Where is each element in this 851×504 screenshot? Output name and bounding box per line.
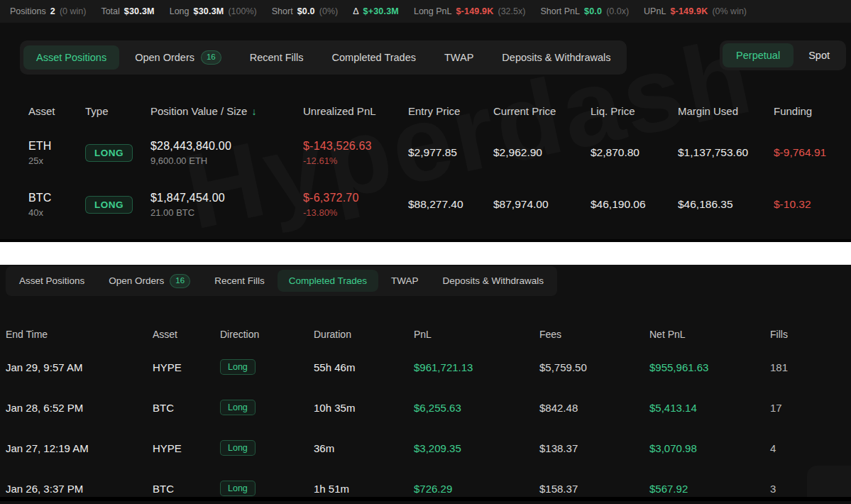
stat-note: (0%) xyxy=(319,6,338,16)
trade-duration: 55h 46m xyxy=(314,361,414,373)
stat-value: $0.0 xyxy=(584,6,602,16)
sort-desc-icon: ↓ xyxy=(251,106,256,117)
col-header-liq-price[interactable]: Liq. Price xyxy=(591,105,678,117)
trade-net-pnl: $5,413.14 xyxy=(649,402,770,414)
unrealized-pnl-cell: $-6,372.70 -13.80% xyxy=(303,192,408,218)
unrealized-pnl: $-6,372.70 xyxy=(303,192,408,204)
trade-fills: 181 xyxy=(770,361,845,373)
entry-price: $2,977.85 xyxy=(408,146,493,159)
stat-note: (0% win) xyxy=(712,6,747,16)
trade-asset: BTC xyxy=(153,483,220,495)
toggle-spot[interactable]: Spot xyxy=(795,43,843,67)
stat-label: Short PnL xyxy=(540,6,580,16)
trade-end-time: Jan 26, 3:37 PM xyxy=(6,483,153,495)
tab-twap[interactable]: TWAP xyxy=(432,45,486,70)
stat-delta: Δ $+30.3M xyxy=(353,6,399,16)
position-row-btc[interactable]: BTC 40x LONG $1,847,454.00 21.00 BTC $-6… xyxy=(0,179,851,231)
col-header-position-value[interactable]: Position Value / Size ↓ xyxy=(150,105,303,117)
bottom-edge xyxy=(0,497,851,501)
trade-net-pnl: $955,961.63 xyxy=(649,361,770,373)
stat-value: $-149.9K xyxy=(670,6,708,16)
trade-direction-cell: Long xyxy=(220,359,314,375)
unrealized-pnl-cell: $-143,526.63 -12.61% xyxy=(303,140,408,166)
stat-note: (100%) xyxy=(228,6,256,16)
long-badge: Long xyxy=(220,481,256,496)
tab-open-orders[interactable]: Open Orders 16 xyxy=(122,44,234,71)
asset-symbol: ETH xyxy=(28,140,85,153)
col-header-current-price[interactable]: Current Price xyxy=(493,105,591,117)
liq-price: $2,870.80 xyxy=(591,146,678,159)
tab-asset-positions[interactable]: Asset Positions xyxy=(8,270,96,292)
tab-deposits-withdrawals[interactable]: Deposits & Withdrawals xyxy=(489,45,623,70)
trade-duration: 1h 51m xyxy=(314,483,414,495)
trade-row[interactable]: Jan 29, 9:57 AM HYPE Long 55h 46m $961,7… xyxy=(0,347,851,388)
delta-icon: Δ xyxy=(353,6,358,16)
positions-table-header: Asset Type Position Value / Size ↓ Unrea… xyxy=(0,96,851,127)
position-value: $1,847,454.00 xyxy=(150,192,303,204)
trade-row[interactable]: Jan 27, 12:19 AM HYPE Long 36m $3,209.35… xyxy=(0,428,851,469)
margin-used: $1,137,753.60 xyxy=(678,146,774,159)
tab-open-orders-label: Open Orders xyxy=(109,275,164,286)
col-header-fees: Fees xyxy=(539,329,649,340)
tab-recent-fills[interactable]: Recent Fills xyxy=(203,270,276,292)
stat-total: Total $30.3M xyxy=(101,6,154,16)
stat-value: $0.0 xyxy=(297,6,315,16)
trade-duration: 10h 35m xyxy=(314,402,414,414)
funding: $-10.32 xyxy=(774,198,837,211)
col-header-net-pnl: Net PnL xyxy=(649,329,770,340)
trades-table-header: End Time Asset Direction Duration PnL Fe… xyxy=(0,322,851,347)
tab-recent-fills[interactable]: Recent Fills xyxy=(237,45,317,70)
stat-value: $30.3M xyxy=(124,6,155,16)
long-badge: Long xyxy=(220,400,256,415)
entry-price: $88,277.40 xyxy=(408,198,493,211)
trade-net-pnl: $567.92 xyxy=(649,483,770,495)
trade-fees: $5,759.50 xyxy=(539,361,649,373)
trade-pnl: $726.29 xyxy=(414,483,539,495)
tab-completed-trades[interactable]: Completed Trades xyxy=(278,270,378,292)
trade-asset: HYPE xyxy=(153,442,220,454)
stat-note: (32.5x) xyxy=(498,6,526,16)
col-header-entry-price[interactable]: Entry Price xyxy=(408,105,493,117)
col-header-funding[interactable]: Funding xyxy=(774,105,837,117)
trade-fills: 17 xyxy=(770,402,845,414)
col-header-type[interactable]: Type xyxy=(85,105,150,117)
toggle-perpetual[interactable]: Perpetual xyxy=(723,43,794,67)
section-divider xyxy=(0,242,851,265)
position-row-eth[interactable]: ETH 25x LONG $28,443,840.00 9,600.00 ETH… xyxy=(0,127,851,179)
trade-direction-cell: Long xyxy=(220,440,314,456)
corner-overlay xyxy=(807,466,851,497)
col-header-margin-used[interactable]: Margin Used xyxy=(678,105,774,117)
trade-direction-cell: Long xyxy=(220,481,314,496)
asset-positions-panel: Hyperdash Asset Positions Open Orders 16… xyxy=(0,23,851,242)
trade-end-time: Jan 27, 12:19 AM xyxy=(6,442,153,454)
trade-row[interactable]: Jan 28, 6:52 PM BTC Long 10h 35m $6,255.… xyxy=(0,388,851,428)
type-cell: LONG xyxy=(85,196,150,214)
asset-cell: ETH 25x xyxy=(28,140,85,166)
trade-pnl: $961,721.13 xyxy=(414,361,539,373)
funding: $-9,764.91 xyxy=(774,146,837,159)
tab-completed-trades[interactable]: Completed Trades xyxy=(319,45,429,70)
stat-label: Short xyxy=(272,6,293,16)
position-value-cell: $1,847,454.00 21.00 BTC xyxy=(150,192,303,218)
col-header-asset[interactable]: Asset xyxy=(28,105,85,117)
stat-value: $30.3M xyxy=(194,6,224,16)
market-mode-toggle: Perpetual Spot xyxy=(720,40,846,70)
col-header-position-value-label: Position Value / Size xyxy=(150,105,247,117)
trade-row[interactable]: Jan 26, 3:37 PM BTC Long 1h 51m $726.29 … xyxy=(0,469,851,497)
tab-open-orders-label: Open Orders xyxy=(135,52,194,63)
tab-twap[interactable]: TWAP xyxy=(380,270,430,292)
tab-asset-positions[interactable]: Asset Positions xyxy=(23,45,119,70)
tab-open-orders[interactable]: Open Orders 16 xyxy=(97,268,202,294)
trade-direction-cell: Long xyxy=(220,400,314,415)
open-orders-count-badge: 16 xyxy=(170,274,190,288)
current-price: $87,974.00 xyxy=(493,198,591,211)
asset-leverage: 25x xyxy=(28,155,85,166)
long-badge: LONG xyxy=(85,196,133,214)
current-price: $2,962.90 xyxy=(493,146,591,159)
trade-fees: $138.37 xyxy=(539,442,649,454)
trade-end-time: Jan 29, 9:57 AM xyxy=(6,361,153,373)
col-header-unrealized-pnl[interactable]: Unrealized PnL xyxy=(303,105,408,117)
col-header-asset: Asset xyxy=(153,329,220,340)
trade-duration: 36m xyxy=(314,442,414,454)
tab-deposits-withdrawals[interactable]: Deposits & Withdrawals xyxy=(431,270,555,292)
